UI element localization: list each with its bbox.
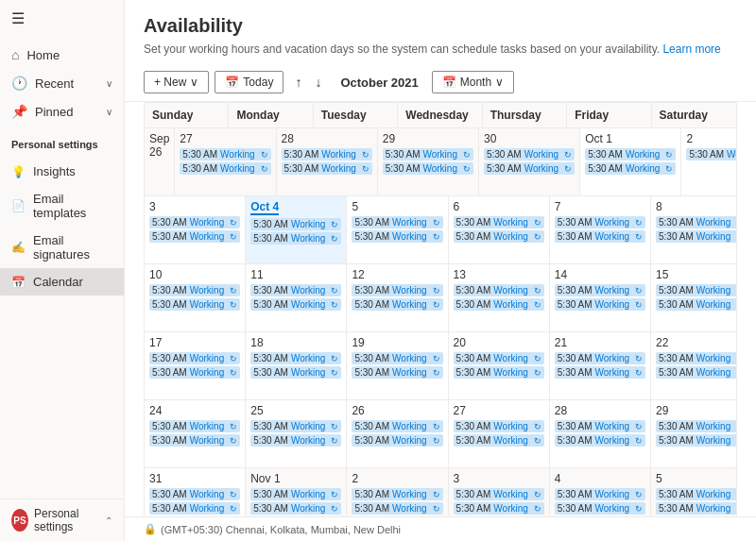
calendar-event[interactable]: 5:30 AMWorking↻ [352,352,442,364]
calendar-day[interactable]: 315:30 AMWorking↻5:30 AMWorking↻ [145,468,246,516]
calendar-event[interactable]: 5:30 AMWorking↻ [656,230,737,243]
sidebar-item-recent[interactable]: 🕐 Recent ∨ [0,69,124,97]
calendar-day[interactable]: 85:30 AMWorking↻5:30 AMWorking↻ [651,196,737,263]
calendar-day[interactable]: 35:30 AMWorking↻5:30 AMWorking↻ [145,196,246,263]
calendar-event[interactable]: 5:30 AMWorking↻ [454,352,544,364]
calendar-day[interactable]: 265:30 AMWorking↻5:30 AMWorking↻ [347,400,448,467]
calendar-event[interactable]: 5:30 AMWorking↻ [454,502,544,515]
calendar-event[interactable]: 5:30 AMWorking↻ [180,162,270,175]
calendar-event[interactable]: 5:30 AMWorking↻ [656,352,737,364]
calendar-day[interactable]: 105:30 AMWorking↻5:30 AMWorking↻ [145,264,246,331]
calendar-event[interactable]: 5:30 AMWorking↻ [454,420,544,432]
sidebar-item-home[interactable]: ⌂ Home [0,41,124,69]
calendar-event[interactable]: 5:30 AMWorking↻ [656,434,737,447]
calendar-event[interactable]: 5:30 AMWorking↻ [656,420,737,432]
calendar-event[interactable]: 5:30 AMWorking↻ [555,502,645,515]
calendar-day[interactable]: 25:30 AMWorking↻5:30 AMWorking↻ [347,468,448,516]
calendar-day[interactable]: 115:30 AMWorking↻5:30 AMWorking↻ [246,264,347,331]
calendar-day[interactable]: 285:30 AMWorking↻5:30 AMWorking↻ [550,400,651,467]
calendar-event[interactable]: 5:30 AMWorking↻ [585,162,676,175]
calendar-event[interactable]: 5:30 AMWorking↻ [352,284,442,296]
month-view-button[interactable]: 📅 Month ∨ [432,71,514,93]
calendar-event[interactable]: 5:30 AMWorking↻ [250,420,341,432]
calendar-event[interactable]: 5:30 AMWorking↻ [149,284,240,296]
calendar-event[interactable]: 5:30 AMWorking↻ [484,162,575,175]
calendar-day[interactable]: 195:30 AMWorking↻5:30 AMWorking↻ [347,332,448,399]
calendar-day[interactable]: 55:30 AMWorking↻5:30 AMWorking↻ [347,196,448,263]
calendar-event[interactable]: 5:30 AMWorking↻ [555,488,645,500]
sidebar-item-pinned[interactable]: 📌 Pinned ∨ [0,97,124,126]
calendar-event[interactable]: 5:30 AMWorking↻ [484,148,575,161]
calendar-event[interactable]: 5:30 AMWorking↻ [250,218,341,230]
calendar-event[interactable]: 5:30 AMWorking↻ [454,230,544,243]
calendar-event[interactable]: 5:30 AMWorking↻ [352,216,442,228]
footer-chevron-icon[interactable]: ⌃ [105,516,112,526]
calendar-event[interactable]: 5:30 AMWorking↻ [149,488,240,500]
calendar-event[interactable]: 5:30 AMWorking↻ [149,216,240,228]
calendar-day[interactable]: 135:30 AMWorking↻5:30 AMWorking↻ [449,264,550,331]
calendar-event[interactable]: 5:30 AMWorking↻ [555,366,645,379]
hamburger-icon[interactable]: ☰ [11,10,25,26]
calendar-event[interactable]: 5:30 AMWorking↻ [352,298,442,311]
calendar-event[interactable]: 5:30 AMWorking↻ [555,230,645,243]
calendar-event[interactable]: 5:30 AMWorking↻ [454,488,544,500]
calendar-day[interactable]: 305:30 AMWorking↻5:30 AMWorking↻ [479,128,580,195]
calendar-event[interactable]: 5:30 AMWorking↻ [250,366,341,379]
sidebar-item-email-templates[interactable]: 📄 Email templates [0,185,124,227]
today-button[interactable]: 📅 Today [215,71,284,93]
calendar-event[interactable]: 5:30 AMWorking↻ [656,216,737,228]
calendar-event[interactable]: 5:30 AMWorking↻ [352,488,442,500]
calendar-event[interactable]: 5:30 AMWorking↻ [454,434,544,447]
calendar-event[interactable]: 5:30 AMWorking↻ [149,352,240,364]
calendar-day[interactable]: Nov 15:30 AMWorking↻5:30 AMWorking↻ [246,468,347,516]
calendar-event[interactable]: 5:30 AMWorking↻ [555,298,645,311]
calendar-event[interactable]: 5:30 AMWorking↻ [555,216,645,228]
calendar-day[interactable]: 145:30 AMWorking↻5:30 AMWorking↻ [550,264,651,331]
new-button[interactable]: + New ∨ [144,71,209,93]
calendar-event[interactable]: 5:30 AMWorking↻ [352,434,442,447]
calendar-event[interactable]: 5:30 AMWorking↻ [180,148,270,161]
calendar-event[interactable]: 5:30 AMWorking↻ [352,230,442,243]
learn-more-link[interactable]: Learn more [662,42,720,56]
calendar-event[interactable]: 5:30 AMWorking↻ [656,284,737,296]
calendar-day[interactable]: 275:30 AMWorking↻5:30 AMWorking↻ [175,128,276,195]
calendar-event[interactable]: 5:30 AMWorking↻ [555,352,645,364]
calendar-event[interactable]: 5:30 AMWorking↻ [149,420,240,432]
calendar-event[interactable]: 5:30 AMWorking↻ [555,284,645,296]
calendar-event[interactable]: 5:30 AMWorking↻ [454,216,544,228]
calendar-day[interactable]: 45:30 AMWorking↻5:30 AMWorking↻ [550,468,651,516]
calendar-day[interactable]: 275:30 AMWorking↻5:30 AMWorking↻ [449,400,550,467]
calendar-event[interactable]: 5:30 AMWorking↻ [383,162,473,175]
calendar-event[interactable]: 5:30 AMWorking↻ [149,230,240,243]
calendar-day[interactable]: 295:30 AMWorking↻5:30 AMWorking↻ [378,128,479,195]
calendar-day[interactable]: 75:30 AMWorking↻5:30 AMWorking↻ [550,196,651,263]
calendar-event[interactable]: 5:30 AMWorking↻ [555,434,645,447]
calendar-event[interactable]: 5:30 AMWorking↻ [352,420,442,432]
calendar-day[interactable]: 175:30 AMWorking↻5:30 AMWorking↻ [145,332,246,399]
calendar-event[interactable]: 5:30 AMWorking↻ [149,502,240,515]
calendar-event[interactable]: 5:30 AMWorking↻ [656,502,737,515]
calendar-day[interactable]: 155:30 AMWorking↻5:30 AMWorking↻ [651,264,737,331]
calendar-event[interactable]: 5:30 AMWorking↻ [250,284,341,296]
calendar-day[interactable]: Oct 45:30 AMWorking↻5:30 AMWorking↻ [246,196,347,263]
calendar-event[interactable]: 5:30 AMWorking↻ [555,420,645,432]
sidebar-item-calendar[interactable]: 📅 Calendar [0,268,124,296]
prev-button[interactable]: ↑ [289,71,307,93]
calendar-day[interactable]: 125:30 AMWorking↻5:30 AMWorking↻ [347,264,448,331]
calendar-event[interactable]: 5:30 AMWorking↻ [149,366,240,379]
calendar-day[interactable]: 215:30 AMWorking↻5:30 AMWorking↻ [550,332,651,399]
calendar-day[interactable]: 225:30 AMWorking↻5:30 AMWorking↻ [651,332,737,399]
calendar-day[interactable]: 295:30 AMWorking↻5:30 AMWorking↻ [651,400,737,467]
sidebar-item-insights[interactable]: 💡 Insights [0,158,124,185]
calendar-day[interactable]: 55:30 AMWorking↻5:30 AMWorking↻ [651,468,737,516]
calendar-event[interactable]: 5:30 AMWorking↻ [454,366,544,379]
calendar-event[interactable]: 5:30 AMWorking↻ [454,284,544,296]
calendar-event[interactable]: 5:30 AMWorking↻ [250,352,341,364]
calendar-event[interactable]: 5:30 AMWorking↻ [454,298,544,311]
calendar-event[interactable]: 5:30 AMWorking↻ [352,502,442,515]
sidebar-item-email-signatures[interactable]: ✍ Email signatures [0,227,124,268]
calendar-day[interactable]: Oct 15:30 AMWorking↻5:30 AMWorking↻ [580,128,681,195]
calendar-event[interactable]: 5:30 AMWorking↻ [383,148,473,161]
next-button[interactable]: ↓ [309,71,327,93]
calendar-day[interactable]: Sep 26 [145,128,175,195]
